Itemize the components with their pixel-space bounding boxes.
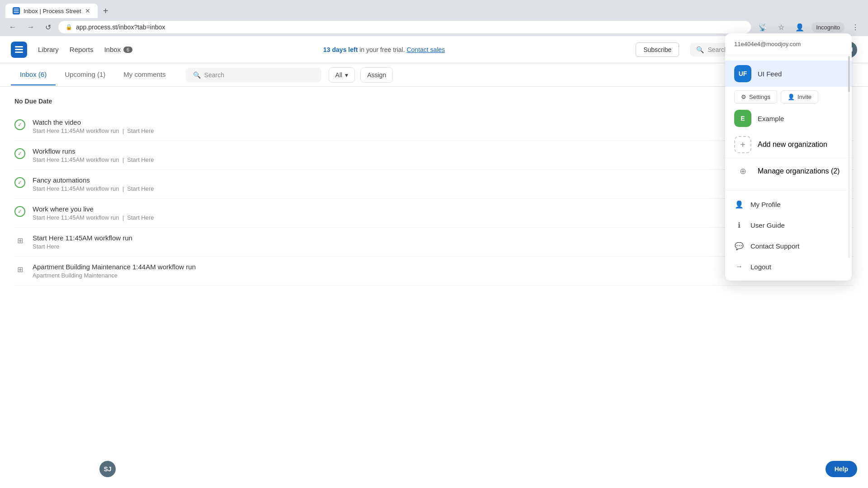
scrollbar-track <box>848 56 850 258</box>
inbox-nav-link[interactable]: Inbox 6 <box>104 46 132 53</box>
menu-items: 👤 My Profile ℹ User Guide 💬 Contact Supp… <box>725 190 852 281</box>
tab-search-placeholder: Search <box>204 71 224 79</box>
task-check-icon-1[interactable]: ✓ <box>14 119 25 130</box>
incognito-label: Incognito <box>816 24 840 31</box>
assign-label: Assign <box>367 71 386 79</box>
logout-menu-item[interactable]: → Logout <box>725 256 852 277</box>
inbox-badge: 6 <box>123 47 132 53</box>
invite-icon: 👤 <box>788 94 795 100</box>
tab-search-icon: 🔍 <box>193 71 201 79</box>
bookmark-button[interactable]: ☆ <box>774 21 788 33</box>
tab-close-button[interactable]: ✕ <box>85 7 90 14</box>
active-tab[interactable]: Inbox | Process Street ✕ <box>5 4 98 18</box>
org-avatar-ui-feed: UF <box>734 65 751 82</box>
inbox-search-bar[interactable]: 🔍 Search <box>186 68 321 82</box>
tab-inbox[interactable]: Inbox (6) <box>11 64 56 85</box>
org-item-example[interactable]: E Example <box>725 105 852 131</box>
task-check-icon-2[interactable]: ✓ <box>14 148 25 159</box>
task-check-icon-4[interactable]: ✓ <box>14 206 25 217</box>
address-text: app.process.st/inbox?tab=inbox <box>76 23 165 31</box>
manage-orgs-icon: ⊕ <box>734 163 751 180</box>
browser-actions: 📡 ☆ 👤 Incognito ⋮ <box>755 21 863 33</box>
org-section: UF UI Feed ⚙ Settings 👤 Invite E Example… <box>725 55 852 190</box>
org-avatar-example: E <box>734 110 751 127</box>
org-name-ui-feed: UI Feed <box>758 70 782 78</box>
org-item-ui-feed[interactable]: UF UI Feed <box>725 61 852 87</box>
tab-upcoming[interactable]: Upcoming (1) <box>56 64 114 85</box>
app-logo[interactable] <box>11 42 27 58</box>
address-bar[interactable]: 🔒 app.process.st/inbox?tab=inbox <box>58 21 751 33</box>
dropdown-email: 11e404e4@moodjoy.com <box>725 33 852 55</box>
refresh-button[interactable]: ↺ <box>42 21 55 33</box>
trial-days: 13 days left <box>323 46 358 53</box>
tab-bar: Inbox | Process Street ✕ + <box>0 0 868 18</box>
svg-rect-1 <box>15 49 23 50</box>
subscribe-button[interactable]: Subscribe <box>636 42 679 57</box>
incognito-badge: Incognito <box>811 22 844 33</box>
user-dropdown-menu: 11e404e4@moodjoy.com UF UI Feed ⚙ Settin… <box>725 33 852 281</box>
browser-chrome: Inbox | Process Street ✕ + ← → ↺ 🔒 app.p… <box>0 0 868 36</box>
settings-button[interactable]: ⚙ Settings <box>734 90 777 103</box>
bottom-user-avatar: SJ <box>99 461 116 477</box>
profile-button[interactable]: 👤 <box>792 21 808 33</box>
manage-orgs-label: Manage organizations (2) <box>758 167 840 175</box>
inbox-label: Inbox <box>104 46 121 53</box>
chevron-down-icon: ▾ <box>345 71 348 79</box>
tab-title: Inbox | Process Street <box>24 8 81 14</box>
settings-icon: ⚙ <box>741 94 746 100</box>
contact-support-menu-item[interactable]: 💬 Contact Support <box>725 235 852 256</box>
reports-nav-link[interactable]: Reports <box>70 44 94 55</box>
logout-label: Logout <box>750 263 771 271</box>
scrollbar-thumb[interactable] <box>848 56 850 92</box>
add-org-item[interactable]: + Add new organization <box>725 131 852 158</box>
help-button[interactable]: Help <box>826 461 857 477</box>
forward-button[interactable]: → <box>24 21 38 33</box>
tab-favicon <box>13 7 20 14</box>
task-table-icon-6: ⊞ <box>14 264 25 275</box>
add-org-label: Add new organization <box>758 141 827 149</box>
my-profile-label: My Profile <box>750 201 781 208</box>
all-filter-dropdown[interactable]: All ▾ <box>329 67 355 83</box>
svg-rect-0 <box>15 46 23 47</box>
invite-label: Invite <box>797 94 811 100</box>
user-guide-menu-item[interactable]: ℹ User Guide <box>725 215 852 235</box>
cast-button[interactable]: 📡 <box>755 21 771 33</box>
lock-icon: 🔒 <box>66 24 72 30</box>
logout-icon: → <box>734 262 744 272</box>
invite-button[interactable]: 👤 Invite <box>781 90 818 103</box>
settings-label: Settings <box>749 94 770 100</box>
user-guide-label: User Guide <box>750 221 785 229</box>
org-actions: ⚙ Settings 👤 Invite <box>725 87 852 105</box>
task-check-icon-3[interactable]: ✓ <box>14 177 25 188</box>
contact-sales-link[interactable]: Contact sales <box>406 46 445 53</box>
back-button[interactable]: ← <box>5 21 20 33</box>
chat-icon: 💬 <box>734 241 744 251</box>
tab-my-comments[interactable]: My comments <box>114 64 175 85</box>
assign-button[interactable]: Assign <box>360 67 393 83</box>
library-nav-link[interactable]: Library <box>38 44 59 55</box>
all-label: All <box>335 71 343 79</box>
contact-support-label: Contact Support <box>750 242 799 250</box>
trial-text: in your free trial. <box>359 46 405 53</box>
task-table-icon-5: ⊞ <box>14 235 25 246</box>
search-icon: 🔍 <box>696 46 704 53</box>
manage-orgs-item[interactable]: ⊕ Manage organizations (2) <box>725 158 852 184</box>
org-name-example: Example <box>758 115 784 122</box>
user-icon: 👤 <box>734 199 744 209</box>
svg-rect-2 <box>15 52 23 53</box>
new-tab-button[interactable]: + <box>99 4 112 18</box>
more-button[interactable]: ⋮ <box>848 21 863 33</box>
add-org-icon: + <box>734 136 751 153</box>
info-icon: ℹ <box>734 220 744 230</box>
my-profile-menu-item[interactable]: 👤 My Profile <box>725 194 852 215</box>
trial-banner: 13 days left in your free trial. Contact… <box>143 46 625 53</box>
